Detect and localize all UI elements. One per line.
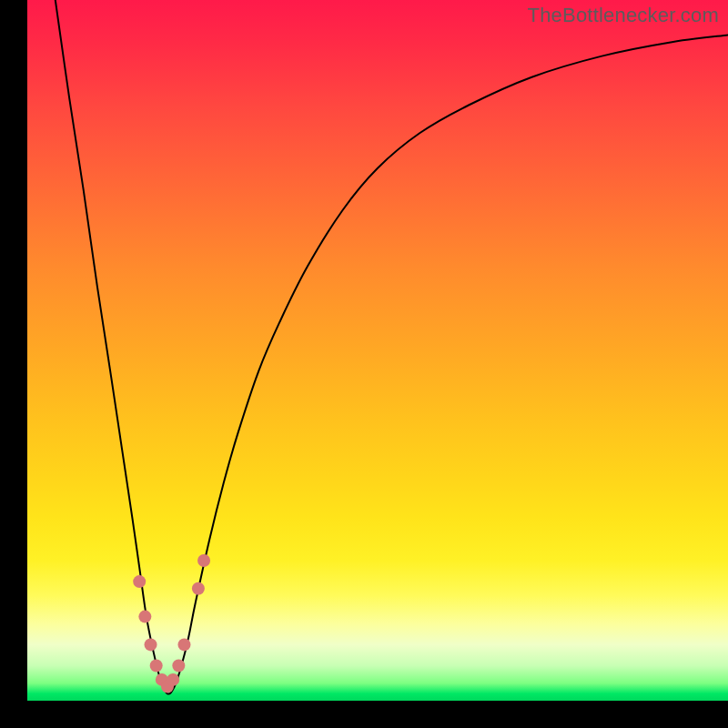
watermark-text: TheBottlenecker.com bbox=[528, 4, 719, 27]
marker-dot bbox=[133, 575, 146, 588]
marker-dot bbox=[145, 638, 157, 651]
bottleneck-curve bbox=[56, 0, 728, 694]
curve-overlay bbox=[27, 0, 728, 701]
marker-dot bbox=[150, 660, 163, 672]
plot-area bbox=[27, 0, 728, 701]
marker-dot bbox=[177, 638, 190, 651]
marker-dot bbox=[167, 673, 179, 686]
marker-dot bbox=[197, 554, 210, 567]
marker-dot bbox=[172, 660, 185, 672]
marker-dot bbox=[192, 582, 205, 595]
curve-markers bbox=[133, 554, 210, 693]
marker-dot bbox=[138, 611, 151, 623]
chart-frame: TheBottlenecker.com bbox=[0, 0, 728, 728]
